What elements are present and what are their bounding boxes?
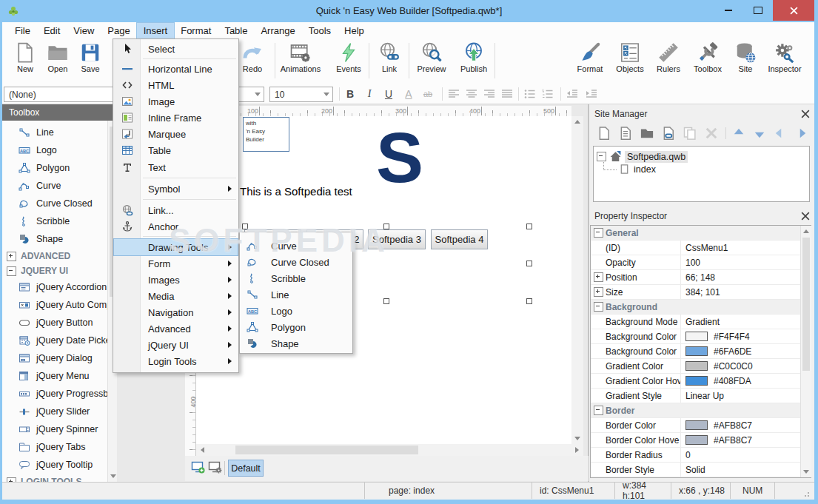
expand-plus-icon[interactable] [594, 287, 603, 297]
menu-item-select[interactable]: Select [114, 41, 238, 57]
selection-handle[interactable] [242, 224, 248, 229]
toolbox-item-jquery-autocomplete[interactable]: jQuery Auto Complete [2, 296, 107, 314]
scrollbar-thumb[interactable] [802, 238, 810, 371]
property-row-size[interactable]: Size384; 101 [591, 285, 800, 300]
toolbox-item-jquery-menu[interactable]: jQuery Menu [2, 367, 107, 385]
toolbox-item-jquery-date-picker[interactable]: jQuery Date Picker [2, 332, 107, 349]
toolbox-item-polygon[interactable]: Polygon [2, 159, 107, 177]
property-row-background-mode[interactable]: Background ModeGradient [591, 315, 800, 329]
scroll-down-icon[interactable] [110, 474, 116, 478]
new-page-button[interactable] [597, 126, 611, 141]
highlight-button[interactable]: ab [420, 86, 436, 102]
font-size-combobox[interactable]: 10 [269, 87, 333, 102]
canvas-vertical-scrollbar[interactable] [571, 116, 583, 444]
menu-item-anchor[interactable]: Anchor [114, 218, 238, 235]
selection-handle[interactable] [383, 298, 389, 304]
selection-handle[interactable] [526, 261, 532, 266]
menu-edit[interactable]: Edit [37, 23, 67, 38]
menu-item-image[interactable]: Image [114, 93, 238, 110]
collapse-minus-icon[interactable] [7, 266, 16, 276]
increase-indent-button[interactable] [585, 87, 598, 101]
color-swatch[interactable] [685, 435, 708, 445]
numbered-list-button[interactable] [541, 87, 554, 101]
new-folder-button[interactable] [640, 126, 654, 141]
color-swatch[interactable] [685, 420, 708, 430]
menu-file[interactable]: File [8, 23, 37, 38]
submenu-item-polygon[interactable]: Polygon [241, 319, 352, 335]
menu-item-table[interactable]: Table [114, 142, 238, 158]
submenu-item-curve-closed[interactable]: Curve Closed [241, 254, 352, 270]
menu-page[interactable]: Page [101, 23, 136, 38]
add-breakpoint-button[interactable] [191, 460, 206, 475]
property-row-gradient-color-hover[interactable]: Gradient Color Hov#408FDA [591, 374, 800, 389]
collapse-minus-icon[interactable] [594, 406, 603, 415]
align-justify-button[interactable] [500, 87, 514, 101]
menu-tools[interactable]: Tools [302, 23, 338, 38]
property-row-position[interactable]: Position66; 148 [591, 270, 800, 285]
rulers-button[interactable]: Rulers [647, 41, 690, 81]
italic-button[interactable]: I [361, 86, 378, 102]
menu-item-link[interactable]: Link... [114, 202, 238, 218]
toolbox-item-jquery-tabs[interactable]: jQuery Tabs [2, 438, 107, 456]
page-link-button[interactable] [661, 126, 676, 141]
resize-grip-icon[interactable] [804, 491, 811, 497]
menu-item-form[interactable]: Form [114, 255, 238, 272]
toolbox-group-advanced[interactable]: ADVANCED [2, 249, 107, 263]
canvas-horizontal-scrollbar[interactable] [196, 444, 583, 456]
site-tree-root[interactable]: Softpedia.qwb [597, 150, 688, 163]
toolbox-item-line[interactable]: Line [2, 124, 107, 141]
softpedia-button-3[interactable]: Softpedia 3 [368, 229, 426, 249]
bold-button[interactable]: B [342, 86, 358, 102]
scroll-up-icon[interactable] [803, 229, 809, 233]
property-row-id[interactable]: (ID)CssMenu1 [591, 241, 800, 255]
selection-handle[interactable] [383, 224, 389, 229]
collapse-minus-icon[interactable] [594, 302, 603, 312]
menu-help[interactable]: Help [338, 23, 371, 38]
menu-item-navigation[interactable]: Navigation [114, 304, 238, 320]
submenu-item-curve[interactable]: Curve [241, 238, 352, 254]
save-button[interactable]: Save [69, 41, 112, 81]
font-color-button[interactable]: A [400, 86, 417, 102]
toolbox-item-jquery-tooltip[interactable]: jQuery Tooltip [2, 456, 107, 474]
menu-item-advanced[interactable]: Advanced [114, 320, 238, 337]
menu-item-html[interactable]: HTML [114, 77, 238, 93]
menu-table[interactable]: Table [218, 23, 254, 38]
scroll-down-icon[interactable] [803, 470, 809, 474]
site-tree-page-index[interactable]: index [619, 164, 656, 175]
animations-button[interactable]: Animations [277, 41, 324, 81]
collapse-minus-icon[interactable] [597, 152, 606, 161]
menu-item-drawing-tools[interactable]: Drawing Tools [114, 239, 238, 255]
property-row-border-color[interactable]: Border Color#AFB8C7 [591, 418, 800, 433]
site-button[interactable]: Site [724, 41, 767, 81]
scroll-right-icon[interactable] [575, 447, 579, 453]
submenu-item-shape[interactable]: Shape [241, 335, 352, 352]
softpedia-s-logo[interactable]: S [376, 124, 420, 191]
preview-button[interactable]: Preview [410, 41, 453, 81]
copy-page-button[interactable] [683, 126, 697, 141]
toolbox-item-jquery-button[interactable]: jQuery Button [2, 314, 107, 332]
submenu-item-line[interactable]: Line [241, 286, 352, 303]
property-row-border-radius[interactable]: Border Radius0 [591, 448, 800, 463]
toolbox-item-jquery-dialog[interactable]: jQuery Dialog [2, 349, 107, 367]
menu-item-marquee[interactable]: Marquee [114, 126, 238, 142]
property-row-border-style[interactable]: Border StyleSolid [591, 463, 800, 477]
menu-item-symbol[interactable]: Symbol [114, 181, 238, 197]
link-button[interactable]: Link [368, 41, 411, 81]
toolbox-item-jquery-spinner[interactable]: jQuery Spinner [2, 420, 107, 438]
softpedia-button-4[interactable]: Softpedia 4 [431, 229, 488, 249]
move-right-button[interactable] [794, 126, 808, 141]
menu-item-horizontal-line[interactable]: Horizontal Line [114, 61, 238, 77]
menu-item-login-tools[interactable]: Login Tools [114, 353, 238, 369]
scroll-left-icon[interactable] [201, 447, 204, 453]
menu-item-jquery-ui[interactable]: jQuery UI [114, 337, 238, 353]
move-up-button[interactable] [731, 126, 746, 141]
scroll-down-icon[interactable] [574, 437, 580, 440]
selection-handle[interactable] [526, 298, 532, 304]
expand-plus-icon[interactable] [594, 272, 603, 282]
toolbox-item-jquery-progressbar[interactable]: jQuery Progressbar [2, 385, 107, 403]
submenu-item-scribble[interactable]: Scribble [241, 270, 352, 286]
toolbox-item-curve[interactable]: Curve [2, 177, 107, 195]
close-button[interactable] [773, 0, 814, 21]
toolbox-item-curve-closed[interactable]: Curve Closed [2, 195, 107, 212]
property-row-gradient-color[interactable]: Gradient Color#C0C0C0 [591, 359, 800, 374]
